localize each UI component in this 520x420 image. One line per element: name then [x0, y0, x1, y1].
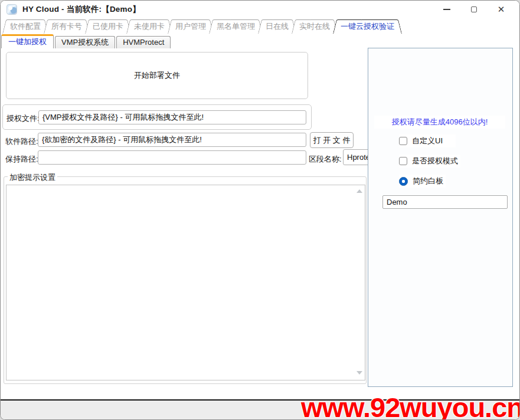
simple-board-radio[interactable]	[399, 177, 408, 186]
window-title: HY Cloud - 当前软件:【Demo】	[22, 4, 140, 15]
auth-file-label: 授权文件:	[6, 113, 40, 124]
custom-ui-checkbox-row[interactable]: 自定义UI	[399, 134, 456, 147]
tab-software-config[interactable]: 软件配置	[4, 19, 47, 34]
minimize-button[interactable]	[433, 1, 460, 18]
close-icon: ✕	[498, 4, 505, 15]
app-icon	[6, 4, 17, 15]
auth-size-notice: 授权请尽量生成4096位以内!	[374, 116, 505, 129]
auth-file-input[interactable]	[38, 110, 306, 124]
tab-label: 用户管理	[175, 22, 206, 31]
minimize-icon	[443, 9, 450, 10]
deploy-files-label: 开始部署文件	[134, 70, 180, 81]
encrypt-hint-textarea[interactable]	[6, 185, 365, 380]
tab-realtime-online[interactable]: 实时在线	[293, 19, 336, 34]
deploy-files-button[interactable]: 开始部署文件	[6, 52, 308, 99]
tab-user-management[interactable]: 用户管理	[169, 19, 212, 34]
options-panel: 授权请尽量生成4096位以内! 自定义UI 是否授权模式 简约白板	[368, 48, 513, 387]
tab-all-cards[interactable]: 所有卡号	[45, 19, 88, 34]
custom-ui-label: 自定义UI	[412, 136, 443, 146]
tab-label: 一键云授权验证	[341, 22, 394, 31]
tab-vmp-auth-system[interactable]: VMP授权系统	[55, 36, 115, 48]
tab-label: 黑名单管理	[217, 22, 255, 31]
maximize-button[interactable]	[460, 1, 488, 18]
encrypt-hint-group-title: 加密提示设置	[8, 172, 57, 183]
auth-mode-checkbox-row[interactable]: 是否授权模式	[399, 155, 460, 168]
section-name-label: 区段名称:	[309, 154, 342, 165]
simple-board-radio-row[interactable]: 简约白板	[399, 175, 446, 188]
tab-daily-online[interactable]: 日在线	[260, 19, 295, 34]
tab-label: VMP授权系统	[61, 38, 109, 47]
tab-label: HVMProtect	[123, 38, 164, 47]
keep-path-label: 保持路径:	[5, 154, 38, 165]
watermark-text: www.92wuyou.cn	[301, 393, 520, 420]
software-path-label: 软件路径:	[5, 136, 38, 147]
auth-mode-label: 是否授权模式	[412, 156, 458, 166]
tab-label: 所有卡号	[51, 22, 82, 31]
primary-tab-bar: 软件配置 所有卡号 已使用卡 未使用卡 用户管理 黑名单管理 日在线 实时在线 …	[4, 19, 399, 34]
open-file-label: 打 开 文 件	[313, 135, 351, 146]
scroll-down-arrow-icon[interactable]	[357, 371, 362, 375]
secondary-tab-bar: 一键加授权 VMP授权系统 HVMProtect	[1, 34, 172, 48]
tab-label: 软件配置	[10, 22, 41, 31]
window-controls: ✕	[433, 1, 515, 18]
auth-mode-checkbox[interactable]	[399, 157, 407, 165]
tab-blacklist[interactable]: 黑名单管理	[211, 19, 261, 34]
tab-label: 实时在线	[299, 22, 330, 31]
close-button[interactable]: ✕	[488, 1, 515, 18]
tab-label: 已使用卡	[93, 22, 123, 31]
software-path-input[interactable]	[38, 133, 306, 147]
simple-board-label: 简约白板	[413, 176, 443, 186]
tab-onekey-auth[interactable]: 一键加授权	[1, 34, 54, 48]
encrypt-hint-textarea-wrap	[6, 185, 365, 380]
tab-hvmprotect[interactable]: HVMProtect	[116, 36, 171, 48]
tab-label: 日在线	[266, 22, 289, 31]
software-name-input[interactable]	[382, 195, 508, 209]
tab-label: 未使用卡	[134, 22, 165, 31]
open-file-button[interactable]: 打 开 文 件	[310, 132, 354, 148]
custom-ui-checkbox[interactable]	[399, 137, 407, 145]
scroll-up-arrow-icon[interactable]	[357, 189, 362, 193]
auth-file-box: 授权文件:	[2, 104, 312, 130]
tab-used-cards[interactable]: 已使用卡	[87, 19, 129, 34]
maximize-icon	[471, 6, 477, 12]
tab-label: 一键加授权	[8, 37, 47, 46]
title-bar[interactable]: HY Cloud - 当前软件:【Demo】 ✕	[1, 1, 519, 18]
tab-unused-cards[interactable]: 未使用卡	[128, 19, 171, 34]
tab-cloud-auth-verify[interactable]: 一键云授权验证	[335, 19, 400, 34]
keep-path-input[interactable]	[38, 150, 306, 165]
app-window: HY Cloud - 当前软件:【Demo】 ✕ 软件配置 所有卡号 已使用卡 …	[0, 0, 520, 420]
